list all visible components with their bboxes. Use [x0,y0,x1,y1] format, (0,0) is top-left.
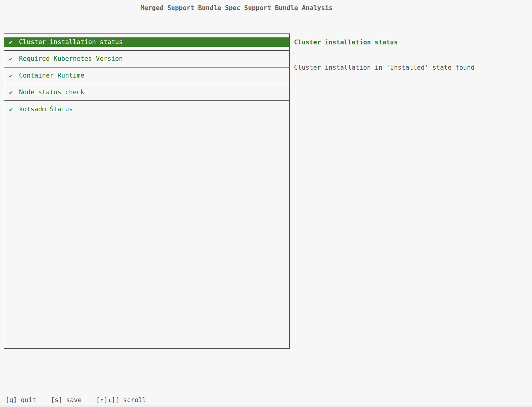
list-item-label: Required Kubernetes Version [19,54,123,64]
check-icon: ✔ [9,71,12,80]
scroll-key-hint: [↑]↓][ scroll [96,396,146,404]
list-item[interactable]: ✔ Required Kubernetes Version [4,51,289,68]
list-item-label: Node status check [19,88,84,97]
list-item[interactable]: ✔ Container Runtime [4,68,289,84]
list-item[interactable]: ✔ kotsadm Status [4,101,289,118]
list-item-label: Container Runtime [19,71,84,80]
app-title: Merged Support Bundle Spec Support Bundl… [0,4,473,12]
analyzer-list: ✔ Cluster installation status ✔ Required… [4,33,290,349]
list-item[interactable]: ✔ Cluster installation status [4,34,289,51]
detail-title: Cluster installation status [294,38,398,47]
list-item-line: ✔ Node status check [4,88,289,97]
list-item-line: ✔ Container Runtime [4,71,289,80]
list-item[interactable]: ✔ Node status check [4,84,289,101]
list-item-line: ✔ Required Kubernetes Version [4,54,289,64]
list-item-line: ✔ Cluster installation status [4,37,289,47]
detail-message: Cluster installation in 'Installed' stat… [294,63,475,72]
save-key-hint: [s] save [51,396,81,404]
check-icon: ✔ [9,88,12,97]
window-bottom-edge [0,405,532,407]
footer-keybar: [q] quit [s] save [↑]↓][ scroll [5,396,146,404]
list-item-label: Cluster installation status [19,37,123,47]
check-icon: ✔ [9,54,12,64]
quit-key-hint: [q] quit [5,396,36,404]
list-item-line: ✔ kotsadm Status [4,105,289,114]
check-icon: ✔ [9,37,12,47]
list-item-label: kotsadm Status [19,105,73,114]
check-icon: ✔ [9,105,12,114]
